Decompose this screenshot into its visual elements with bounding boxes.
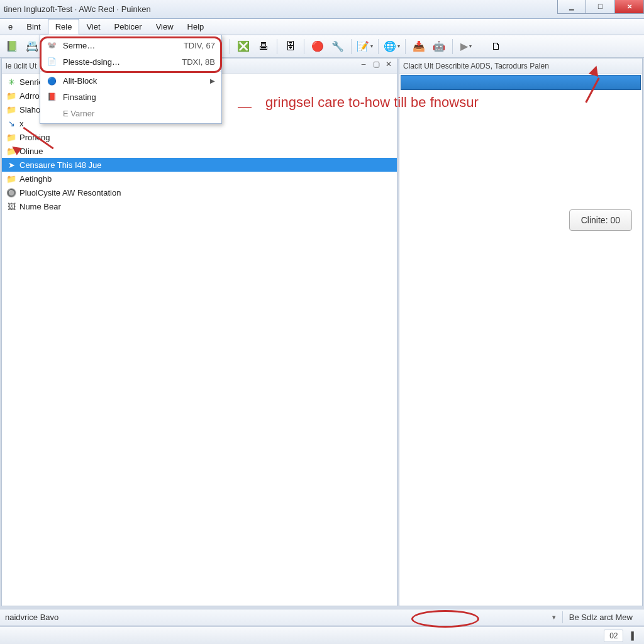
tb-icon-1[interactable]: 📗 [3, 38, 21, 55]
tb-icon-play[interactable]: ▶▾ [457, 38, 475, 55]
folder-icon: 📁 [6, 147, 17, 156]
right-pane-tab[interactable] [401, 75, 641, 90]
tb-icon-x[interactable]: ❎ [234, 38, 253, 55]
tree-label: Prorking [19, 133, 50, 142]
tb-icon-2[interactable]: 📇 [23, 38, 42, 55]
menubar: e Bint Rele Viet Pebicer View Help [0, 19, 644, 35]
dd-evarner[interactable]: E Varner [40, 105, 221, 121]
close-button[interactable] [615, 0, 644, 14]
right-pane-header: Clacit Ult Describite A0DS, Tacrodurs Pa… [399, 58, 642, 74]
dd-label: Serme… [63, 41, 172, 50]
tb-icon-tool[interactable]: 🔧 [328, 38, 347, 55]
toolbar-separator [452, 39, 453, 54]
submenu-arrow-icon: ▶ [210, 77, 215, 84]
dd-plesste[interactable]: 📄 Plesste-dsing… TDXI, 8B [40, 53, 221, 70]
status-min-icon[interactable]: ▾ [552, 613, 556, 621]
tree-item-numebear[interactable]: 🖼Nume Bear [2, 199, 397, 213]
tb-icon-record[interactable]: 🔴 [308, 38, 327, 55]
dd-label: E Varner [63, 109, 215, 118]
dd-finsating[interactable]: 📕 Finsating [40, 89, 221, 105]
tb-icon-archive[interactable]: 🗄 [281, 38, 300, 55]
menu-e[interactable]: e [1, 19, 19, 35]
tb-icon-print[interactable]: 🖶 [254, 38, 273, 55]
menu-help[interactable]: Help [180, 19, 211, 35]
dd-label: Finsating [63, 92, 215, 102]
pane-min-icon[interactable]: – [358, 60, 369, 69]
menu-bint[interactable]: Bint [19, 19, 47, 35]
archive-icon: 🗄 [286, 41, 296, 52]
minimize-button[interactable] [557, 0, 586, 14]
menu-pebicer[interactable]: Pebicer [108, 19, 149, 35]
book-icon: 📗 [6, 40, 18, 52]
mouse-icon: 🐭 [45, 40, 58, 50]
image-icon: 🖼 [6, 202, 17, 211]
tree-label: Censaure This I48 Jue [19, 160, 102, 170]
disc-icon: 🔘 [6, 188, 17, 197]
book-icon: 📕 [45, 92, 58, 102]
card-icon: 📇 [26, 40, 38, 52]
maximize-button[interactable] [586, 0, 615, 14]
toolbar-separator [378, 39, 379, 54]
refresh-icon: 🌐 [384, 40, 396, 52]
tree-item-olinue[interactable]: 📁Olinue [2, 144, 397, 158]
menu-rele[interactable]: Rele [48, 19, 80, 35]
pane-max-icon[interactable]: ▢ [370, 60, 382, 69]
folder-icon: 📁 [6, 91, 17, 101]
chevron-down-icon: ▾ [469, 43, 472, 49]
page-icon: 📄 [45, 57, 58, 67]
tb-icon-download[interactable]: 📥 [409, 38, 428, 55]
tree-label: PluolCysite AW Resontation [19, 188, 121, 197]
tree-item-pluolcysite[interactable]: 🔘PluolCysite AW Resontation [2, 186, 397, 199]
chevron-down-icon: ▾ [370, 43, 373, 49]
tree-label: Olinue [19, 147, 43, 156]
status-right-text: Be Sdlz arct Mew [569, 613, 633, 622]
dd-shortcut: TDIV, 67 [184, 41, 215, 50]
sysbar: 02 ▌ [0, 626, 644, 644]
tree-item-censaure[interactable]: ➤Censaure This I48 Jue [2, 158, 397, 172]
dd-shortcut: TDXI, 8B [182, 57, 215, 67]
rele-dropdown: 🐭 Serme… TDIV, 67 📄 Plesste-dsing… TDXI,… [40, 35, 222, 124]
blank-icon [45, 108, 58, 118]
tree-label: x [19, 119, 24, 128]
android-icon: 🤖 [433, 40, 445, 52]
tb-icon-android[interactable]: 🤖 [430, 38, 448, 55]
note-icon: 📝 [357, 40, 369, 52]
dd-serme[interactable]: 🐭 Serme… TDIV, 67 [40, 37, 221, 53]
statusbar: naidvrice Bavo ▾ Be Sdlz arct Mew [0, 609, 644, 625]
dd-alitblock[interactable]: 🔵 Alit-Block ▶ [40, 71, 221, 89]
tree-item-aetinghb[interactable]: 📁Aetinghb [2, 172, 397, 186]
dd-label: Plesste-dsing… [63, 57, 170, 67]
sysbar-number: 02 [604, 630, 623, 642]
arrow-icon: ↘ [6, 119, 17, 128]
info-icon: 🔵 [45, 76, 58, 86]
star-icon: ✳ [6, 77, 17, 87]
tb-icon-refresh[interactable]: 🌐▾ [382, 38, 401, 55]
printer-icon: 🖶 [258, 41, 269, 52]
x-circle-icon: ❎ [237, 40, 250, 52]
tree-item-prorking[interactable]: 📁Prorking [2, 130, 397, 144]
pane-close-icon[interactable]: ✕ [383, 60, 394, 69]
play-icon: ▶ [460, 40, 468, 52]
toolbar-separator [405, 39, 406, 54]
toolbar-separator [304, 39, 304, 54]
window-controls [557, 0, 644, 14]
folder-icon: 📁 [6, 133, 17, 142]
pane-controls: – ▢ ✕ [358, 60, 394, 69]
wrench-icon: 🔧 [331, 40, 344, 52]
folder-icon: 📁 [6, 174, 17, 184]
status-left-text: naidvrice Bavo [5, 613, 58, 622]
toolbar-separator [230, 39, 230, 54]
tree-label: Nume Bear [19, 202, 61, 211]
tree-label: Aetinghb [19, 174, 52, 184]
tb-icon-note[interactable]: 📝▾ [355, 38, 374, 55]
window-title: tinen Ingluzoft-Test · AWc Recl · Puinke… [4, 4, 151, 14]
folder-icon: 📁 [6, 105, 17, 114]
menu-viet[interactable]: Viet [79, 19, 107, 35]
dd-label: Alit-Block [63, 76, 204, 86]
red-dot-icon: 🔴 [311, 40, 324, 52]
pointer-icon: ➤ [6, 160, 17, 170]
right-pane: Clacit Ult Describite A0DS, Tacrodurs Pa… [399, 58, 643, 606]
menu-view[interactable]: View [149, 19, 180, 35]
tb-icon-newdoc[interactable]: 🗋 [487, 38, 506, 55]
counter-button[interactable]: Clinite: 00 [569, 209, 632, 231]
